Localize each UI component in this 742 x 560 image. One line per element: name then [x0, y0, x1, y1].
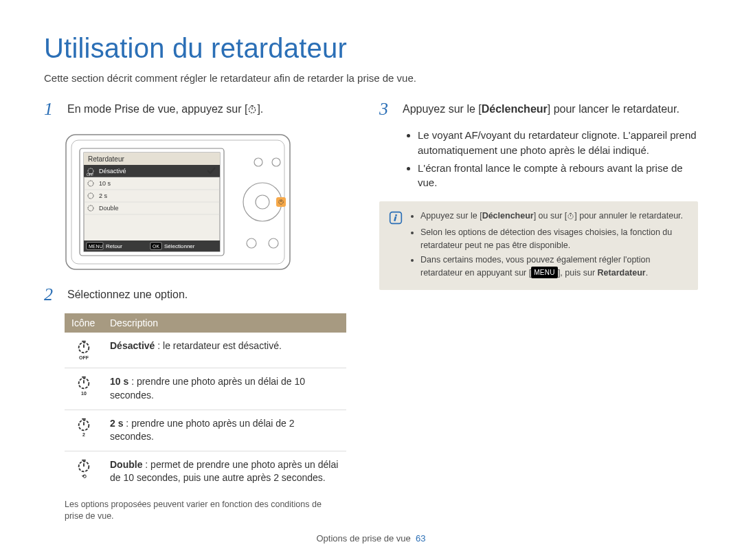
step-number: 1	[44, 100, 59, 118]
info-n3-c: .	[646, 268, 648, 278]
step-text: Sélectionnez une option.	[67, 286, 188, 301]
option-desc: 2 s : prendre une photo après un délai d…	[103, 410, 346, 451]
info-note: Dans certains modes, vous pouvez égaleme…	[420, 254, 688, 280]
svg-text:OK: OK	[153, 244, 159, 249]
table-row: ⟲ Double : permet de prendre une photo a…	[65, 451, 346, 492]
right-column: 3 Appuyez sur le [Déclencheur] pour lanc…	[379, 100, 698, 523]
svg-text:Sélectionner: Sélectionner	[164, 243, 195, 249]
step-3-bold: Déclencheur	[482, 103, 548, 115]
info-box: Appuyez sur le [Déclencheur] ou sur [] p…	[379, 201, 698, 290]
page-title: Utilisation du retardateur	[44, 33, 698, 64]
step-1: 1 En mode Prise de vue, appuyez sur [].	[44, 100, 346, 118]
menu-title: Retardateur	[88, 155, 124, 163]
svg-text:10 s: 10 s	[99, 180, 111, 187]
svg-text:Désactivé: Désactivé	[99, 168, 126, 175]
step-number: 2	[44, 286, 59, 304]
svg-text:Double: Double	[99, 205, 119, 212]
svg-text:OFF: OFF	[87, 172, 93, 177]
info-n3-b: ], puis sur	[558, 268, 598, 278]
bullet-item: Le voyant AF/voyant du retardateur clign…	[418, 128, 698, 158]
info-list: Appuyez sur le [Déclencheur] ou sur [] p…	[420, 210, 688, 282]
timer-icon	[247, 104, 257, 117]
info-n1-b: ] ou sur [	[534, 211, 567, 221]
menu-badge: MENU	[531, 267, 558, 278]
intro-text: Cette section décrit comment régler le r…	[44, 72, 698, 84]
option-desc: Double : permet de prendre une photo apr…	[103, 451, 346, 492]
table-row: 2 2 s : prendre une photo après un délai…	[65, 410, 346, 451]
option-desc: 10 s : prendre une photo après un délai …	[103, 368, 346, 410]
info-n1-a: Appuyez sur le [	[420, 211, 482, 221]
step-3-bullets: Le voyant AF/voyant du retardateur clign…	[411, 128, 698, 190]
table-row: OFF Désactivé : le retardateur est désac…	[65, 333, 346, 368]
footer-section: Options de prise de vue	[316, 533, 410, 544]
step-3: 3 Appuyez sur le [Déclencheur] pour lanc…	[379, 100, 698, 118]
step-1-text-a: En mode Prise de vue, appuyez sur [	[67, 103, 247, 115]
info-note: Appuyez sur le [Déclencheur] ou sur [] p…	[420, 210, 688, 224]
option-desc: Désactivé : le retardateur est désactivé…	[103, 333, 346, 368]
step-1-text-b: ].	[257, 103, 263, 115]
step-2: 2 Sélectionnez une option.	[44, 286, 346, 304]
camera-illustration: Retardateur OFF Désactivé 10 s 2 s Doubl…	[65, 133, 291, 271]
table-header-icon: Icône	[65, 313, 103, 333]
timer-double-icon: ⟲	[65, 451, 103, 492]
options-table: Icône Description OFF Désactivé : le ret…	[65, 313, 346, 492]
step-text: En mode Prise de vue, appuyez sur [].	[67, 100, 263, 117]
step-3-text-b: ] pour lancer le retardateur.	[548, 103, 679, 115]
bullet-item: L'écran frontal lance le compte à rebour…	[418, 161, 698, 191]
options-note: Les options proposées peuvent varier en …	[65, 499, 339, 523]
timer-off-icon: OFF	[65, 333, 103, 368]
svg-text:2 s: 2 s	[99, 192, 108, 199]
content-columns: 1 En mode Prise de vue, appuyez sur []. …	[44, 100, 698, 523]
info-n1-bold: Déclencheur	[482, 211, 534, 221]
step-number: 3	[379, 100, 394, 118]
info-n1-c: ] pour annuler le retardateur.	[574, 211, 683, 221]
timer-10-icon: 10	[65, 368, 103, 410]
timer-2-icon: 2	[65, 410, 103, 451]
table-header-desc: Description	[103, 313, 346, 333]
table-row: 10 10 s : prendre une photo après un dél…	[65, 368, 346, 410]
info-n3-bold: Retardateur	[598, 268, 646, 278]
svg-text:Retour: Retour	[106, 243, 122, 249]
timer-icon	[567, 211, 574, 224]
left-column: 1 En mode Prise de vue, appuyez sur []. …	[44, 100, 346, 523]
info-note: Selon les options de détection des visag…	[420, 226, 688, 252]
info-icon	[389, 211, 403, 225]
step-3-text-a: Appuyez sur le [	[403, 103, 482, 115]
footer-page-number: 63	[416, 533, 425, 544]
step-text: Appuyez sur le [Déclencheur] pour lancer…	[403, 100, 679, 115]
svg-text:MENU: MENU	[89, 244, 103, 249]
page-footer: Options de prise de vue 63	[0, 533, 742, 544]
